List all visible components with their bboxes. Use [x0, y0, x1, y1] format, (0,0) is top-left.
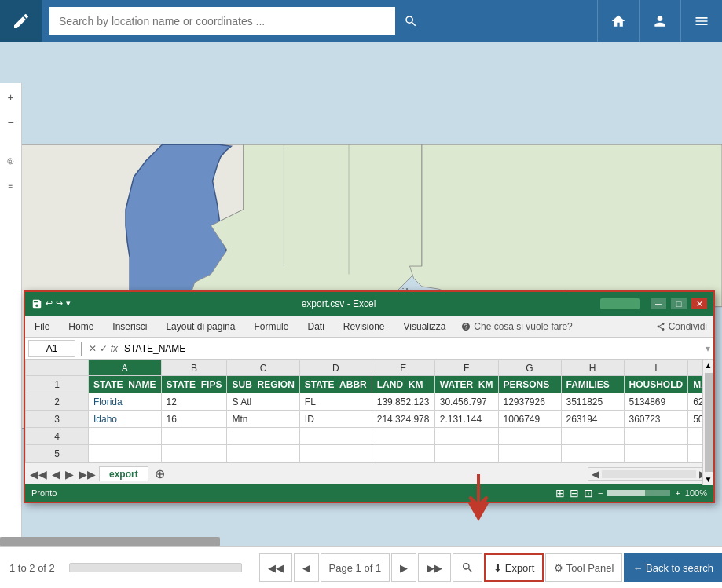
tab-nav-prev[interactable]: ◀: [50, 466, 62, 482]
cell-r1-c9[interactable]: HOUSHOLD: [624, 376, 688, 393]
cell-r4-c5[interactable]: [372, 428, 434, 445]
export-btn[interactable]: ⬇ Export: [484, 553, 544, 582]
cell-r5-c2[interactable]: [161, 445, 227, 462]
col-header-i[interactable]: I: [624, 360, 688, 376]
excel-row-2[interactable]: 2Florida12S AtlFL139.852.12330.456.79712…: [26, 393, 714, 411]
col-header-b[interactable]: B: [161, 360, 227, 376]
menu-button[interactable]: [680, 0, 722, 42]
search-btn[interactable]: [453, 553, 482, 582]
excel-menu-file[interactable]: File: [31, 320, 53, 334]
excel-minimize-btn[interactable]: ─: [651, 298, 666, 309]
scroll-up-btn[interactable]: ▲: [703, 360, 714, 371]
logo-button[interactable]: [0, 0, 42, 42]
cell-r5-c4[interactable]: [299, 445, 372, 462]
cell-r2-c2[interactable]: 12: [161, 393, 227, 411]
col-header-a[interactable]: A: [89, 360, 162, 376]
excel-page-view-btn[interactable]: ⊟: [570, 487, 579, 499]
tool-panel-btn[interactable]: ⚙ Tool Panel: [545, 553, 622, 582]
cell-r5-c7[interactable]: [498, 445, 561, 462]
cell-r1-c4[interactable]: STATE_ABBR: [299, 376, 372, 393]
cell-r2-c6[interactable]: 30.456.797: [434, 393, 498, 411]
tab-nav-first[interactable]: ◀◀: [28, 466, 49, 482]
horiz-scrollbar[interactable]: [0, 537, 220, 546]
cell-r2-c4[interactable]: FL: [299, 393, 372, 411]
search-button[interactable]: [395, 7, 427, 35]
cell-r5-c1[interactable]: [89, 445, 162, 462]
excel-share-btn[interactable]: Condividi: [656, 321, 707, 332]
nav-next-btn[interactable]: ▶: [391, 553, 416, 582]
tab-nav-next[interactable]: ▶: [64, 466, 75, 482]
cell-r2-c1[interactable]: Florida: [89, 393, 162, 411]
excel-cell-ref[interactable]: [28, 340, 75, 357]
col-header-d[interactable]: D: [299, 360, 372, 376]
cell-r4-c1[interactable]: [89, 428, 162, 445]
col-header-c[interactable]: C: [227, 360, 299, 376]
cell-r5-c5[interactable]: [372, 445, 434, 462]
search-input[interactable]: [49, 7, 427, 35]
scroll-h-track[interactable]: [602, 470, 696, 478]
cell-r5-c9[interactable]: [624, 445, 688, 462]
col-header-h[interactable]: H: [561, 360, 624, 376]
locate-button[interactable]: ◎: [0, 149, 22, 171]
col-header-e[interactable]: E: [372, 360, 434, 376]
cell-r1-c8[interactable]: FAMILIES: [561, 376, 624, 393]
cell-r1-c1[interactable]: STATE_NAME: [89, 376, 162, 393]
scroll-h-left[interactable]: ◀: [592, 469, 599, 480]
back-to-search-btn[interactable]: ← Back to search: [624, 553, 722, 582]
col-header-g[interactable]: G: [498, 360, 561, 376]
excel-tab-add-btn[interactable]: ⊕: [150, 466, 170, 481]
excel-menu-dati[interactable]: Dati: [304, 320, 327, 334]
user-button[interactable]: [639, 0, 680, 42]
excel-menu-revisione[interactable]: Revisione: [340, 320, 388, 334]
nav-last-btn[interactable]: ▶▶: [418, 553, 451, 582]
excel-zoom-slider[interactable]: [607, 490, 670, 496]
excel-page-break-btn[interactable]: ⊡: [584, 487, 593, 499]
cell-r3-c2[interactable]: 16: [161, 411, 227, 428]
cell-r1-c2[interactable]: STATE_FIPS: [161, 376, 227, 393]
cell-r1-c3[interactable]: SUB_REGION: [227, 376, 299, 393]
cell-r4-c8[interactable]: [561, 428, 624, 445]
cell-r3-c7[interactable]: 1006749: [498, 411, 561, 428]
cell-r3-c8[interactable]: 263194: [561, 411, 624, 428]
excel-menu-inserisci[interactable]: Inserisci: [109, 320, 150, 334]
cell-r4-c7[interactable]: [498, 428, 561, 445]
excel-menu-visualizza[interactable]: Visualizza: [401, 320, 449, 334]
excel-row-1[interactable]: 1STATE_NAMESTATE_FIPSSUB_REGIONSTATE_ABB…: [26, 376, 714, 393]
excel-grid-view-btn[interactable]: ⊞: [555, 487, 565, 499]
cell-r2-c8[interactable]: 3511825: [561, 393, 624, 411]
zoom-out-button[interactable]: −: [0, 111, 22, 133]
cell-r5-c6[interactable]: [434, 445, 498, 462]
excel-row-4[interactable]: 4: [26, 428, 714, 445]
cell-r3-c6[interactable]: 2.131.144: [434, 411, 498, 428]
cell-r4-c6[interactable]: [434, 428, 498, 445]
cell-r4-c9[interactable]: [624, 428, 688, 445]
cell-r1-c7[interactable]: PERSONS: [498, 376, 561, 393]
excel-menu-help[interactable]: Che cosa si vuole fare?: [461, 321, 572, 332]
cell-r5-c3[interactable]: [227, 445, 299, 462]
excel-row-5[interactable]: 5: [26, 445, 714, 462]
scroll-down-btn[interactable]: ▼: [703, 473, 714, 485]
excel-scrollbar-v[interactable]: ▲ ▼: [702, 360, 713, 485]
excel-menu-layout[interactable]: Layout di pagina: [163, 320, 238, 334]
tab-nav-last[interactable]: ▶▶: [77, 466, 97, 482]
cell-r2-c5[interactable]: 139.852.123: [372, 393, 434, 411]
excel-row-3[interactable]: 3Idaho16MtnID214.324.9782.131.1441006749…: [26, 411, 714, 428]
nav-prev-btn[interactable]: ◀: [294, 553, 319, 582]
cell-r1-c5[interactable]: LAND_KM: [372, 376, 434, 393]
excel-close-btn[interactable]: ✕: [691, 298, 707, 309]
cell-r3-c3[interactable]: Mtn: [227, 411, 299, 428]
layers-button[interactable]: ≡: [0, 174, 22, 196]
cell-r2-c7[interactable]: 12937926: [498, 393, 561, 411]
excel-tab-export[interactable]: export: [99, 466, 148, 481]
excel-menu-formule[interactable]: Formule: [251, 320, 291, 334]
nav-first-btn[interactable]: ◀◀: [259, 553, 292, 582]
cell-r3-c9[interactable]: 360723: [624, 411, 688, 428]
cell-r4-c4[interactable]: [299, 428, 372, 445]
zoom-in-button[interactable]: +: [0, 86, 22, 108]
excel-restore-btn[interactable]: □: [671, 298, 687, 309]
excel-menu-home[interactable]: Home: [65, 320, 97, 334]
cell-r3-c4[interactable]: ID: [299, 411, 372, 428]
cell-r1-c6[interactable]: WATER_KM: [434, 376, 498, 393]
cell-r3-c5[interactable]: 214.324.978: [372, 411, 434, 428]
cell-r5-c8[interactable]: [561, 445, 624, 462]
